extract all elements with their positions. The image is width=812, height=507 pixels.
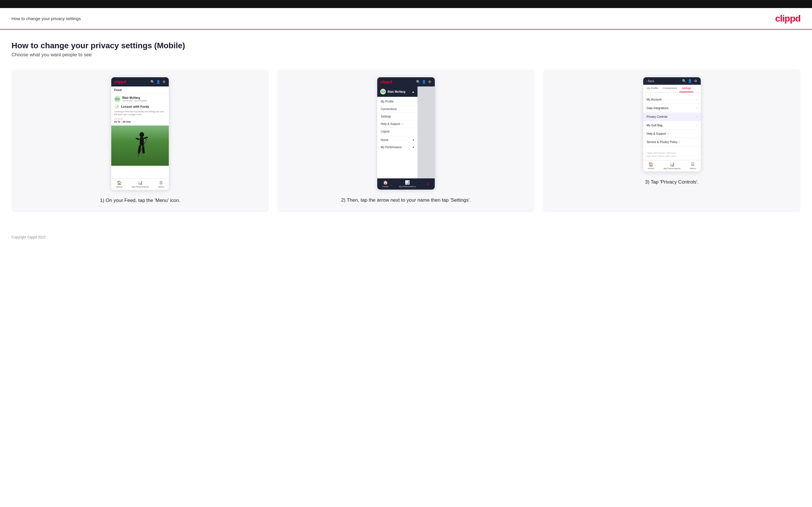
performance-icon: 📊 [138,180,143,185]
menu-icon: ☰ [159,180,163,185]
phone-logo-1: clippd [114,79,126,84]
header-title: How to change your privacy settings [11,16,81,21]
phone-bottomnav-3: 🏠 Home 📊 My Performance ☰ Menu [643,160,701,171]
nav-menu-label: Menu [158,185,164,188]
nav3-performance[interactable]: 📊 My Performance [664,162,680,170]
home-icon-2: 🏠 [383,180,388,185]
performance-icon-2: 📊 [405,180,410,185]
close-icon: ✕ [426,182,429,186]
back-label: Back [648,79,654,83]
nav2-home-label: Home [383,185,389,188]
phone-topbar-2: clippd 🔍 👤 ⚙ [377,77,435,87]
phone-mockup-3: ‹ Back 🔍 👤 ⚙ My Profile Connections Sett… [643,77,701,171]
tab-my-profile[interactable]: My Profile [644,85,660,92]
help-support-label: Help & Support ↗ [647,132,669,135]
nav-menu[interactable]: ☰ Menu [158,180,164,188]
step-card-3: ‹ Back 🔍 👤 ⚙ My Profile Connections Sett… [543,69,801,212]
golf-bag-label: My Golf Bag [647,124,662,127]
feed-desc: Looking to feel like my hands are exitin… [114,110,166,116]
phone-icons-2: 🔍 👤 ⚙ [416,80,432,84]
nav3-home[interactable]: 🏠 Home [648,162,654,170]
feed-label: Feed [111,87,169,94]
nav2-performance[interactable]: 📊 My Performance [399,180,416,188]
settings-icon-3[interactable]: ⚙ [694,79,698,83]
feed-golf-image [111,125,169,166]
nav2-home[interactable]: 🏠 Home [383,180,389,188]
menu-item-connections[interactable]: Connections [377,105,417,113]
feed-screen: Feed BM Blair McHarg Yesterday · Sunning… [111,87,169,178]
menu-user-row[interactable]: BM Blair McHarg ▲ [377,87,417,97]
copyright-text: Copyright Clippd 2022 [11,235,46,239]
back-arrow-icon: ‹ [646,79,647,83]
nav3-home-label: Home [648,167,654,170]
menu-section-home[interactable]: Home ▾ [377,136,417,144]
search-icon-2[interactable]: 🔍 [416,80,420,84]
chevron-down-icon-2: ▾ [413,146,414,149]
settings-footer: Clippd Client Version: 2022.8.3-3 GQL Se… [643,149,701,160]
menu-item-profile[interactable]: My Profile [377,98,417,105]
tab-connections[interactable]: Connections [660,85,679,92]
main-content: How to change your privacy settings (Mob… [0,30,812,229]
search-icon[interactable]: 🔍 [150,80,154,84]
svg-rect-1 [140,137,144,145]
svg-rect-2 [136,137,140,140]
chevron-right-icon: › [696,98,697,101]
menu-section-performance[interactable]: My Performance ▾ [377,144,417,151]
settings-icons: 🔍 👤 ⚙ [682,79,698,83]
step-card-2: clippd 🔍 👤 ⚙ [277,69,535,212]
search-icon-3[interactable]: 🔍 [682,79,687,83]
svg-rect-4 [138,145,141,154]
golfer-silhouette [133,131,150,160]
nav2-performance-label: My Performance [399,185,416,188]
settings-icon-2[interactable]: ⚙ [428,80,432,84]
menu-item-settings[interactable]: Settings [377,113,417,120]
menu-section-performance-label: My Performance [381,146,402,149]
page-footer: Copyright Clippd 2022 [0,229,812,245]
phone-mockup-1: clippd 🔍 👤 ⚙ Feed BM Blair McHarg [111,77,169,190]
lesson-icon: 📝 [114,104,119,109]
phone-logo-2: clippd [380,79,392,84]
home-icon-3: 🏠 [648,162,653,167]
menu-item-logout[interactable]: Logout [377,128,417,135]
nav-home[interactable]: 🏠 Home [116,180,122,188]
user-icon-2[interactable]: 👤 [422,80,426,84]
settings-item-privacy-policy[interactable]: Service & Privacy Policy ↗ [643,138,701,146]
logo: clippd [775,13,801,24]
step-caption-3: 3) Tap 'Privacy Controls'. [645,178,699,186]
step-caption-1: 1) On your Feed, tap the 'Menu' icon. [100,197,181,204]
nav2-close[interactable]: ✕ [426,182,429,186]
user-icon-3[interactable]: 👤 [688,79,692,83]
settings-item-help[interactable]: Help & Support ↗ [643,130,701,138]
settings-item-privacy-controls[interactable]: Privacy Controls › [643,113,701,121]
page-subheading: Choose what you want people to see [11,52,801,58]
back-button[interactable]: ‹ Back [646,79,654,83]
menu-screen: BM Blair McHarg ▲ My Profile Connections… [377,87,435,178]
settings-icon[interactable]: ⚙ [162,80,166,84]
feed-avatar-row: BM Blair McHarg Yesterday · Sunningdale [114,96,166,102]
phone-bottomnav-1: 🏠 Home 📊 My Performance ☰ Menu [111,178,169,190]
tab-settings[interactable]: Settings [679,85,694,92]
settings-item-golf-bag[interactable]: My Golf Bag › [643,121,701,129]
settings-item-data-integrations[interactable]: Data Integrations › [643,104,701,112]
home-icon: 🏠 [117,180,121,185]
menu-section-home-label: Home [381,138,389,142]
menu-user-info: BM Blair McHarg [380,89,405,95]
step-card-1: clippd 🔍 👤 ⚙ Feed BM Blair McHarg [11,69,269,212]
phone-topbar-1: clippd 🔍 👤 ⚙ [111,77,169,87]
phone-icons-1: 🔍 👤 ⚙ [150,80,166,84]
phone-mockup-2: clippd 🔍 👤 ⚙ [377,77,435,189]
settings-item-my-account[interactable]: My Account › [643,95,701,104]
phone-bottomnav-2: 🏠 Home 📊 My Performance ✕ [377,178,435,189]
page-heading: How to change your privacy settings (Mob… [11,41,801,50]
nav3-menu[interactable]: ☰ Menu [690,162,696,170]
version-line-2: GQL Server Version: 2022.7.30-1 [647,155,697,158]
nav-performance[interactable]: 📊 My Performance [132,180,149,188]
chevron-right-icon-2: › [696,106,697,110]
menu-section: Home ▾ My Performance ▾ [377,136,417,151]
user-icon[interactable]: 👤 [156,80,160,84]
top-bar [0,0,812,8]
feed-duration-label: Duration [114,117,166,120]
menu-item-help[interactable]: Help & Support ↗ [377,120,417,128]
feed-post: BM Blair McHarg Yesterday · Sunningdale … [111,94,169,125]
settings-topbar: ‹ Back 🔍 👤 ⚙ [643,77,701,85]
